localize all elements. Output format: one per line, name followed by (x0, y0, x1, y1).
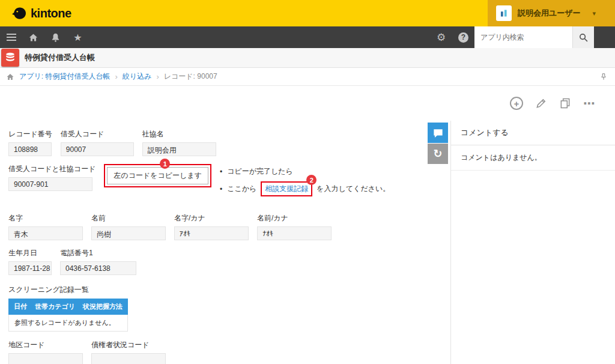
field-label: 借受人コード (61, 129, 134, 139)
brand-name: kintone (31, 7, 71, 20)
field-value: 90007-901 (8, 177, 92, 191)
duplicate-record-button[interactable] (559, 97, 571, 109)
kintone-logo[interactable]: kintone (0, 0, 71, 26)
subtable-label: スクリーニング記録一覧 (8, 285, 428, 295)
notifications-button[interactable] (44, 26, 67, 48)
edit-record-button[interactable] (535, 97, 547, 109)
chevron-right-icon: › (156, 72, 159, 81)
user-menu[interactable]: 説明会用ユーザー ▾ (488, 0, 615, 26)
field-last-name: 名字 青木 (8, 213, 83, 240)
settings-button[interactable]: ⚙ (430, 26, 452, 48)
record-page: + ⋯ レコード番号 108898 借受人コード 90007 (0, 86, 615, 364)
hamburger-icon (7, 34, 16, 41)
user-name: 説明会用ユーザー (518, 8, 581, 19)
database-icon (4, 52, 16, 64)
help-icon: ? (458, 32, 468, 43)
field-birthdate: 生年月日 1987-11-28 (8, 248, 52, 275)
side-panel-rail: ↻ (428, 121, 450, 364)
comment-panel: コメントする コメントはありません。 (450, 121, 615, 364)
search-input[interactable] (474, 26, 572, 48)
field-value: 90007 (61, 142, 134, 156)
app-title: 特例貸付借受人台帳 (25, 52, 95, 63)
app-header: 特例貸付借受人台帳 (0, 48, 615, 68)
field-label: 債権者状況コード (91, 340, 166, 350)
breadcrumb-app-link[interactable]: アプリ: 特例貸付借受人台帳 (19, 71, 111, 82)
field-value (91, 353, 166, 364)
subtable-empty-message: 参照するレコードがありません。 (8, 315, 128, 332)
record-detail-form: レコード番号 108898 借受人コード 90007 社協名 説明会用 借受人コ… (0, 121, 428, 364)
annotation-2: 2 相談支援記録 (261, 181, 312, 196)
breadcrumb: アプリ: 特例貸付借受人台帳 › 絞り込み › レコード: 90007 (0, 68, 615, 86)
field-value: 108898 (8, 142, 52, 156)
comments-tab-button[interactable] (428, 123, 448, 143)
field-first-name: 名前 尚樹 (91, 213, 166, 240)
app-icon[interactable] (1, 49, 19, 67)
comment-empty-message: コメントはありません。 (451, 145, 615, 171)
add-record-button[interactable]: + (510, 97, 523, 110)
field-label: 地区コード (8, 340, 83, 350)
home-icon (6, 73, 14, 81)
user-avatar (496, 5, 512, 21)
instruction-text: ここから (227, 184, 256, 194)
field-creditor-status-code: 債権者状況コード (91, 340, 166, 364)
instruction-text: を入力してください。 (317, 184, 390, 194)
field-label: 名字/カナ (174, 213, 249, 223)
annotation-box-2: 相談支援記録 (261, 181, 312, 196)
menu-button[interactable] (0, 26, 22, 48)
subtable-col-date: 日付 (14, 302, 27, 311)
field-first-name-kana: 名前/カナ ﾅｵｷ (257, 213, 332, 240)
field-label: 名前 (91, 213, 166, 223)
field-label: 名前/カナ (257, 213, 332, 223)
subtable-col-status-method: 状況把握方法 (83, 302, 123, 311)
breadcrumb-filter-link[interactable]: 絞り込み (123, 71, 152, 82)
field-value: 尚樹 (91, 226, 166, 240)
kintone-bird-icon (12, 7, 26, 20)
bell-icon (50, 32, 61, 43)
more-options-button[interactable]: ⋯ (583, 96, 596, 111)
field-label: 社協名 (142, 129, 216, 139)
pin-icon (599, 73, 608, 81)
field-label: レコード番号 (8, 129, 52, 139)
field-last-name-kana: 名字/カナ ｱｵｷ (174, 213, 249, 240)
field-label: 名字 (8, 213, 83, 223)
home-button[interactable] (22, 26, 44, 48)
comment-post-link[interactable]: コメントする (451, 121, 615, 145)
breadcrumb-home-button[interactable] (6, 73, 14, 81)
field-value: 0436-57-6138 (60, 261, 136, 275)
content-body: レコード番号 108898 借受人コード 90007 社協名 説明会用 借受人コ… (0, 121, 615, 364)
history-refresh-icon: ↻ (433, 148, 442, 159)
chevron-down-icon: ▾ (593, 10, 596, 17)
field-value: ｱｵｷ (174, 226, 249, 240)
field-value (8, 353, 83, 364)
field-value: 1987-11-28 (8, 261, 52, 275)
comment-bubble-icon (432, 127, 444, 139)
breadcrumb-record: レコード: 90007 (164, 71, 217, 82)
instruction-enter-record: ここから 2 相談支援記録 を入力してください。 (220, 181, 390, 196)
copy-code-button[interactable]: 左のコードをコピーします (107, 167, 208, 184)
favorites-button[interactable]: ★ (67, 26, 89, 48)
field-label: 生年月日 (8, 248, 52, 258)
field-label: 電話番号1 (60, 248, 136, 258)
copy-icon (559, 97, 571, 109)
field-borrower-code: 借受人コード 90007 (61, 129, 134, 156)
consultation-record-link[interactable]: 相談支援記録 (265, 184, 308, 193)
subtable-col-household-category: 世帯カテゴリ (35, 302, 75, 311)
global-navigation: ★ ⚙ ? (0, 26, 615, 48)
search-button[interactable] (572, 26, 594, 48)
top-header: kintone 説明会用ユーザー ▾ (0, 0, 615, 26)
subtable-header-row: 日付 世帯カテゴリ 状況把握方法 (8, 299, 128, 315)
star-icon: ★ (73, 32, 82, 43)
annotation-badge-2: 2 (306, 175, 317, 185)
field-value: 説明会用 (142, 142, 216, 156)
field-borrower-council-code: 借受人コードと社協コード 90007-901 (8, 164, 95, 191)
search-icon (578, 32, 589, 43)
help-button[interactable]: ? (452, 26, 474, 48)
home-icon (28, 32, 38, 43)
field-value: ﾅｵｷ (257, 226, 332, 240)
history-tab-button[interactable]: ↻ (428, 144, 448, 164)
screening-records-table: 日付 世帯カテゴリ 状況把握方法 参照するレコードがありません。 (8, 299, 128, 332)
pin-button[interactable] (599, 73, 608, 81)
instruction-copy-done: コピーが完了したら (220, 166, 390, 177)
field-record-number: レコード番号 108898 (8, 129, 52, 156)
gear-icon: ⚙ (437, 31, 446, 44)
